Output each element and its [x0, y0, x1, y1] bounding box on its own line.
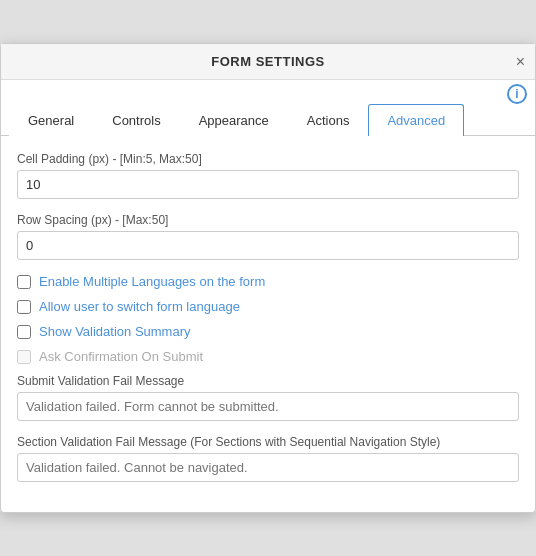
content-wrapper: Cell Padding (px) - [Min:5, Max:50] Row …: [1, 136, 535, 512]
ask-confirm-checkbox: [17, 350, 31, 364]
switchlang-label: Allow user to switch form language: [39, 299, 240, 314]
ask-confirm-label: Ask Confirmation On Submit: [39, 349, 203, 364]
multilang-label: Enable Multiple Languages on the form: [39, 274, 265, 289]
tab-general[interactable]: General: [9, 104, 93, 136]
row-spacing-label: Row Spacing (px) - [Max:50]: [17, 213, 519, 227]
advanced-content: Cell Padding (px) - [Min:5, Max:50] Row …: [1, 136, 535, 512]
modal-header: FORM SETTINGS ×: [1, 44, 535, 80]
tab-actions[interactable]: Actions: [288, 104, 369, 136]
multilang-checkbox[interactable]: [17, 275, 31, 289]
submit-validation-label: Submit Validation Fail Message: [17, 374, 519, 388]
cell-padding-group: Cell Padding (px) - [Min:5, Max:50]: [17, 152, 519, 199]
validation-summary-row: Show Validation Summary: [17, 324, 519, 339]
cell-padding-label: Cell Padding (px) - [Min:5, Max:50]: [17, 152, 519, 166]
tab-advanced[interactable]: Advanced: [368, 104, 464, 136]
switchlang-checkbox[interactable]: [17, 300, 31, 314]
ask-confirm-row: Ask Confirmation On Submit: [17, 349, 519, 364]
validation-summary-label: Show Validation Summary: [39, 324, 191, 339]
multilang-row: Enable Multiple Languages on the form: [17, 274, 519, 289]
row-spacing-input[interactable]: [17, 231, 519, 260]
modal-title: FORM SETTINGS: [211, 54, 324, 69]
section-validation-label: Section Validation Fail Message (For Sec…: [17, 435, 519, 449]
switchlang-row: Allow user to switch form language: [17, 299, 519, 314]
row-spacing-group: Row Spacing (px) - [Max:50]: [17, 213, 519, 260]
tab-appearance[interactable]: Appearance: [180, 104, 288, 136]
info-icon[interactable]: i: [507, 84, 527, 104]
validation-summary-checkbox[interactable]: [17, 325, 31, 339]
submit-validation-input[interactable]: [17, 392, 519, 421]
submit-validation-group: Submit Validation Fail Message: [17, 374, 519, 421]
tabs-bar: General Controls Appearance Actions Adva…: [1, 104, 535, 136]
info-row: i: [1, 80, 535, 104]
section-validation-input[interactable]: [17, 453, 519, 482]
section-validation-group: Section Validation Fail Message (For Sec…: [17, 435, 519, 482]
close-button[interactable]: ×: [516, 54, 525, 70]
tab-controls[interactable]: Controls: [93, 104, 179, 136]
cell-padding-input[interactable]: [17, 170, 519, 199]
form-settings-modal: FORM SETTINGS × i General Controls Appea…: [0, 43, 536, 513]
